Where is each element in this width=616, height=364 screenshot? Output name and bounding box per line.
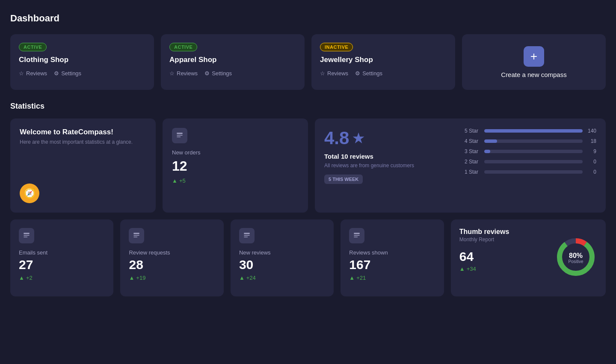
stat-label-review-requests: Review requests [129,249,215,256]
rating-score-display: 4.8 ★ [324,128,452,148]
compass-links-clothing: ☆ Reviews ⚙ Settings [19,70,145,77]
welcome-subtitle: Here are the most important statistics a… [20,139,146,145]
svg-rect-6 [134,233,140,234]
svg-rect-2 [177,136,181,137]
bar-track-0 [484,129,583,133]
stat-delta-reviews-shown: ▲ +21 [349,275,435,281]
bar-count-0: 140 [586,128,596,134]
bar-count-3: 0 [586,159,596,165]
compass-name-jewellery: Jewellery Shop [320,56,447,64]
star-label-0: 5 Star [465,128,481,134]
svg-rect-14 [354,237,358,237]
orders-value: 12 [172,158,299,174]
stat-card-reviews-shown: Reviews shown 167 ▲ +21 [341,219,444,296]
star-icon-apparel: ☆ [169,70,175,77]
stat-card-review-requests: Review requests 28 ▲ +19 [120,219,223,296]
compass-links-jewellery: ☆ Reviews ⚙ Settings [320,70,447,77]
stat-icon-reviews-shown [353,232,361,240]
compass-name-clothing: Clothing Shop [19,56,145,64]
welcome-card: Welcome to RateCompass! Here are the mos… [10,118,156,213]
stat-label-reviews-shown: Reviews shown [349,249,435,256]
reviews-link-apparel[interactable]: ☆ Reviews [169,70,198,77]
svg-rect-3 [24,233,30,234]
status-badge-clothing: ACTIVE [19,43,47,51]
svg-rect-10 [244,235,250,236]
svg-rect-7 [134,235,140,236]
thumb-up-arrow: ▲ [459,266,465,272]
compass-logo-icon: 🧭 [24,188,36,199]
star-label-3: 2 Star [465,159,481,165]
star-row-2: 3 Star 9 [465,148,596,154]
rating-subtitle: All reviews are from genuine customers [324,163,452,169]
gear-icon-jewellery: ⚙ [355,70,360,77]
compass-card-clothing[interactable]: ACTIVE Clothing Shop ☆ Reviews ⚙ Setting… [10,34,154,90]
reviews-link-clothing[interactable]: ☆ Reviews [19,70,47,77]
star-label-2: 3 Star [465,148,481,154]
stat-card-emails-sent: Emails sent 27 ▲ +2 [10,219,113,296]
bar-track-1 [484,139,583,143]
compass-cards-row: ACTIVE Clothing Shop ☆ Reviews ⚙ Setting… [10,34,606,90]
status-badge-apparel: ACTIVE [169,43,197,51]
this-week-badge: 5 THIS WEEK [324,175,363,184]
stat-icon-emails-sent [23,232,30,240]
page-title: Dashboard [10,13,606,24]
compass-card-apparel[interactable]: ACTIVE Apparel Shop ☆ Reviews ⚙ Settings [161,34,305,90]
svg-rect-8 [134,237,138,237]
star-label-4: 1 Star [465,169,481,175]
welcome-title: Welcome to RateCompass! [20,128,146,136]
create-compass-label: Create a new compass [501,71,566,78]
bar-count-4: 0 [586,169,596,175]
svg-rect-13 [354,235,360,236]
stat-value-reviews-shown: 167 [349,257,435,272]
rating-bars: 5 Star 140 4 Star 18 3 Star 9 2 Star 0 1 [460,128,596,203]
bar-fill-1 [484,139,497,143]
stats-top-row: Welcome to RateCompass! Here are the mos… [10,118,606,213]
orders-icon-box [172,128,187,143]
compass-name-apparel: Apparel Shop [169,56,296,64]
stat-card-new-reviews: New reviews 30 ▲ +24 [231,219,334,296]
star-row-1: 4 Star 18 [465,138,596,144]
gear-icon-clothing: ⚙ [54,70,59,77]
star-row-4: 1 Star 0 [465,169,596,175]
svg-rect-4 [24,235,30,236]
svg-rect-1 [177,135,183,136]
stat-icon-box-reviews-shown [349,228,364,243]
stats-bottom-row: Emails sent 27 ▲ +2 Review requests 28 ▲… [10,219,606,296]
compass-card-jewellery[interactable]: INACTIVE Jewellery Shop ☆ Reviews ⚙ Sett… [311,34,455,90]
star-icon-jewellery: ☆ [320,70,325,77]
svg-rect-12 [354,233,360,234]
donut-positive: Positive [568,259,583,264]
settings-link-jewellery[interactable]: ⚙ Settings [355,70,382,77]
up-arrow-new-reviews: ▲ [239,275,245,281]
settings-link-clothing[interactable]: ⚙ Settings [54,70,81,77]
compass-logo: 🧭 [20,183,39,203]
bar-track-4 [484,170,583,174]
stat-value-new-reviews: 30 [239,257,325,272]
stat-label-emails-sent: Emails sent [19,249,105,256]
stat-delta-emails-sent: ▲ +2 [19,275,105,281]
rating-score: 4.8 [324,128,349,148]
create-plus-icon: + [524,46,544,67]
orders-icon [176,132,184,139]
svg-rect-0 [177,133,183,134]
orders-label: New orders [172,149,299,156]
thumb-reviews-title: Thumb reviews [459,228,597,236]
settings-link-apparel[interactable]: ⚙ Settings [204,70,232,77]
gear-icon-apparel: ⚙ [204,70,210,77]
statistics-title: Statistics [10,102,606,111]
up-arrow-reviews-shown: ▲ [349,275,355,281]
up-arrow-emails-sent: ▲ [19,275,24,281]
bar-track-2 [484,150,583,153]
thumb-reviews-card: Thumb reviews Monthly Report 64 ▲ +34 80… [451,219,606,296]
new-orders-card: New orders 12 ▲ +5 [163,118,308,213]
bar-count-2: 9 [586,148,596,154]
create-compass-card[interactable]: + Create a new compass [462,34,606,90]
donut-label: 80% Positive [568,252,583,264]
reviews-link-jewellery[interactable]: ☆ Reviews [320,70,348,77]
rating-left: 4.8 ★ Total 10 reviews All reviews are f… [324,128,460,203]
star-row-3: 2 Star 0 [465,159,596,165]
stat-value-emails-sent: 27 [19,257,105,272]
bar-track-3 [484,160,583,163]
compass-links-apparel: ☆ Reviews ⚙ Settings [169,70,296,77]
bar-fill-2 [484,150,490,153]
